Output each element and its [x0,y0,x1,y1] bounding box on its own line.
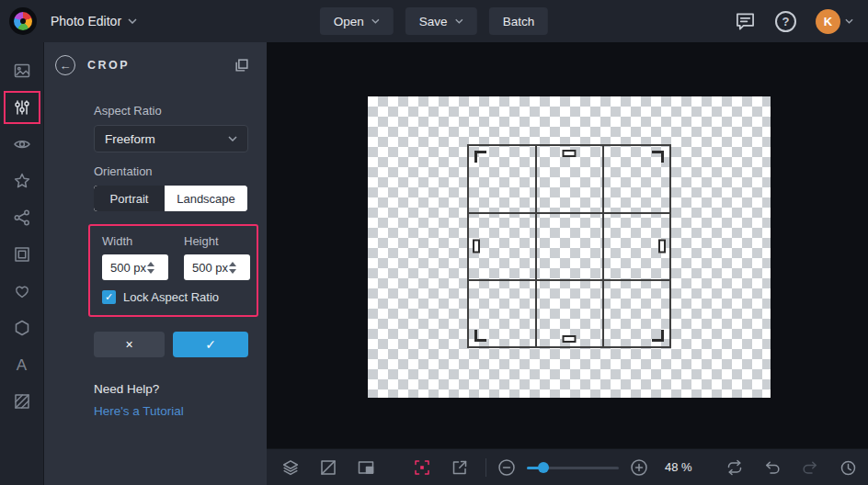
zoom-controls: 48 % [496,457,698,479]
question-mark-icon: ? [782,15,790,28]
logo-center-dot [20,18,26,24]
save-label: Save [419,15,448,28]
sidebar-item-touchup[interactable] [0,126,44,163]
height-label: Height [184,234,219,248]
crop-grid-line [469,212,669,214]
zoom-slider-knob[interactable] [538,462,549,473]
save-button[interactable]: Save [405,7,477,35]
crop-grid-line [535,146,537,346]
portrait-option[interactable]: Portrait [94,186,165,211]
aspect-ratio-select[interactable]: Freeform [94,125,248,152]
crop-handle-top[interactable] [563,150,577,157]
canvas-area: 48 % [267,42,868,485]
height-input[interactable] [184,261,228,275]
crop-actions: × ✓ [94,332,248,357]
export-view-icon[interactable] [449,457,471,479]
stepper-down-icon[interactable] [147,269,154,274]
lock-aspect-row[interactable]: ✓ Lock Aspect Ratio [102,290,257,304]
topbar-right: ? K [734,9,868,34]
stepper-down-icon[interactable] [229,269,236,274]
orientation-label: Orientation [94,164,248,178]
chevron-down-icon [228,136,237,141]
height-field [184,254,250,280]
zoom-in-icon[interactable] [628,457,650,479]
avatar: K [816,9,840,34]
sidebar-item-graphics[interactable] [0,199,44,236]
sidebar-item-image[interactable] [0,52,44,89]
reset-loop-icon[interactable] [724,457,746,479]
tools-rail: A [0,42,44,485]
panel-header: ← CROP [44,42,267,88]
zoom-out-icon[interactable] [496,457,518,479]
crop-handle-bottom-left[interactable] [474,330,486,342]
undo-icon[interactable] [761,457,783,479]
collapse-panels-button[interactable] [234,57,250,73]
help-button[interactable]: ? [775,11,796,32]
sidebar-item-overlays[interactable] [0,273,44,310]
feedback-chat-icon[interactable] [734,10,756,32]
chevron-down-icon [455,18,463,24]
crop-grid-line [602,146,604,346]
sidebar-item-adjust[interactable] [0,89,44,126]
transparent-image-artboard[interactable] [368,96,771,398]
width-label: Width [102,234,184,248]
sidebar-item-shapes[interactable] [0,310,44,346]
bottom-toolbar: 48 % [267,448,868,485]
avatar-initial: K [824,15,832,28]
batch-button[interactable]: Batch [489,7,549,35]
view-tools [280,457,377,479]
app-menu-dropdown[interactable]: Photo Editor [51,14,137,28]
height-stepper[interactable] [229,262,236,274]
crop-viewfinder-icon[interactable] [411,457,433,479]
text-tool-icon: A [17,357,27,373]
layers-icon[interactable] [280,457,302,479]
crop-handle-left[interactable] [473,240,480,254]
chevron-down-icon [371,18,380,24]
crop-handle-right[interactable] [658,240,666,254]
apply-crop-button[interactable]: ✓ [173,332,248,357]
aspect-ratio-value: Freeform [105,132,155,146]
crop-handle-top-left[interactable] [474,151,486,163]
check-icon: ✓ [105,291,113,303]
lock-aspect-label: Lock Aspect Ratio [123,290,219,304]
straighten-icon[interactable] [317,457,339,479]
cancel-crop-button[interactable]: × [94,332,165,357]
zoom-level-value: 48 % [665,460,698,474]
crop-handle-bottom[interactable] [563,335,577,343]
app-menu-label: Photo Editor [51,14,121,28]
history-tools [724,457,859,479]
landscape-option[interactable]: Landscape [165,186,247,211]
stepper-up-icon[interactable] [147,262,154,266]
width-input[interactable] [102,261,146,275]
sidebar-item-effects[interactable] [0,163,44,199]
crop-tools [411,457,471,479]
crop-handle-bottom-right[interactable] [652,330,664,342]
dimension-inputs [102,254,257,280]
dimensions-highlight-box: Width Height ✓ [88,224,258,317]
back-button[interactable]: ← [55,55,75,75]
open-button[interactable]: Open [320,7,394,35]
width-stepper[interactable] [147,262,154,274]
sidebar-item-textures[interactable] [0,383,44,420]
check-icon: ✓ [205,337,216,352]
chevron-down-icon [845,18,853,24]
stepper-up-icon[interactable] [229,262,236,266]
history-clock-icon[interactable] [837,457,859,479]
toolbar-divider [485,458,486,477]
crop-handle-top-right[interactable] [652,151,664,163]
need-help-heading: Need Help? [94,382,248,396]
tutorial-link[interactable]: Here's a Tutorial [94,404,248,418]
dimension-labels: Width Height [102,234,257,248]
close-icon: × [125,337,132,352]
sidebar-item-text[interactable]: A [0,346,44,383]
account-menu[interactable]: K [816,9,853,34]
zoom-slider[interactable] [527,462,619,473]
redo-icon[interactable] [799,457,821,479]
crop-selection[interactable] [467,144,671,348]
lock-aspect-checkbox[interactable]: ✓ [102,290,116,304]
orientation-toggle: Portrait Landscape [94,186,247,211]
crop-grid-line [469,279,669,281]
befunky-logo[interactable] [9,7,37,35]
sidebar-item-frames[interactable] [0,236,44,273]
canvas-resize-icon[interactable] [355,457,377,479]
